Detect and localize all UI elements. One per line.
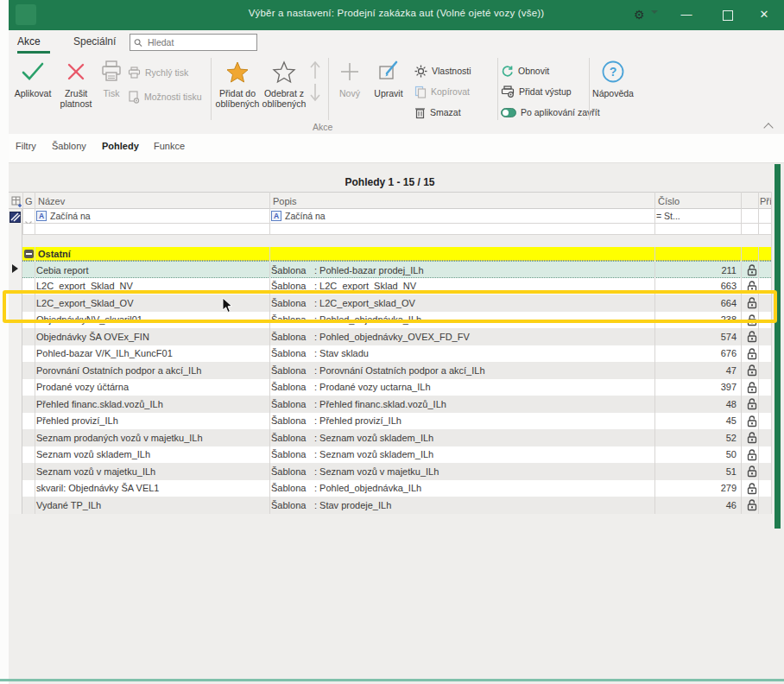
- collapse-ribbon-icon[interactable]: [765, 122, 773, 130]
- column-header-nazev[interactable]: Název: [38, 196, 65, 206]
- ribbon-separator: [589, 58, 590, 120]
- row-nazev: Seznam vozů v majetku_ILh: [36, 466, 155, 477]
- row-popis: Šablona: Pohled_objednávka_ILh: [271, 483, 421, 493]
- row-popis: Šablona: Přehled financ.sklad.vozů_ILh: [271, 399, 446, 409]
- unlock-icon: [746, 314, 758, 328]
- tab-sablony[interactable]: Šablony: [52, 141, 86, 151]
- moznosti-tisku-button[interactable]: Možnosti tisku: [128, 89, 202, 104]
- move-up-button[interactable]: [309, 60, 321, 84]
- column-header-cislo[interactable]: Číslo: [658, 196, 680, 206]
- row-cislo: 676: [721, 348, 737, 358]
- move-down-button[interactable]: [309, 82, 321, 106]
- minimize-button[interactable]: —: [675, 5, 698, 24]
- zrusit-platnost-button[interactable]: Zrušit platnost: [55, 54, 97, 125]
- column-header-g[interactable]: G: [25, 196, 33, 206]
- filter-popis[interactable]: A Začíná na: [271, 211, 326, 221]
- row-nazev: Seznam vozů skladem_ILh: [36, 449, 150, 459]
- pridat-do-oblibenych-button[interactable]: Přidat do oblíbených: [214, 54, 261, 125]
- row-cislo: 46: [726, 500, 737, 510]
- maximize-icon: [723, 10, 733, 21]
- row-popis: Šablona: Prodané vozy uctarna_ILh: [271, 382, 431, 392]
- column-header-popis[interactable]: Popis: [273, 196, 297, 206]
- smazat-button[interactable]: Smazat: [414, 104, 461, 120]
- filter-cislo[interactable]: = St...: [656, 211, 680, 221]
- po-aplikovani-zavrit-toggle[interactable]: Po aplikování zavřít: [501, 104, 600, 120]
- close-button[interactable]: ✕: [753, 5, 775, 24]
- plus-icon: [339, 61, 360, 82]
- table-row[interactable]: Seznam vozů v majetku_ILh Šablona: Sezna…: [22, 463, 771, 480]
- trash-icon: [414, 106, 426, 119]
- ribbon-tab-akce[interactable]: Akce: [17, 35, 41, 48]
- table-row[interactable]: Vydané TP_ILh Šablona: Stav prodeje_ILh …: [22, 497, 771, 514]
- unlock-icon: [746, 431, 758, 446]
- tab-filtry[interactable]: Filtry: [16, 141, 36, 151]
- table-row[interactable]: Porovnání Ostatních podpor a akcí_ILh Ša…: [22, 362, 771, 379]
- view-tab-strip: Filtry Šablony Pohledy Funkce: [9, 134, 784, 163]
- table-row[interactable]: Přehled financ.sklad.vozů_ILh Šablona: P…: [22, 396, 771, 413]
- grid-line: [771, 192, 772, 514]
- help-icon: ?: [601, 60, 625, 84]
- aplikovat-button[interactable]: Aplikovat: [10, 54, 55, 125]
- maximize-button[interactable]: [717, 5, 739, 24]
- row-nazev: Přehled provizí_ILh: [36, 415, 118, 426]
- gear-icon: [414, 65, 427, 78]
- window-title: Výběr a nastavení: Prodejní zakázka aut …: [9, 8, 784, 18]
- ribbon-separator: [328, 58, 329, 120]
- column-header-pristup[interactable]: Přís: [760, 196, 771, 206]
- ribbon-search-box[interactable]: [130, 34, 257, 51]
- filter-icon[interactable]: [9, 211, 21, 226]
- novy-button[interactable]: Nový: [332, 54, 368, 125]
- row-cislo: 574: [721, 332, 737, 342]
- svg-text:A: A: [274, 212, 279, 220]
- table-row[interactable]: Seznam prodaných vozů v majetku_ILh Šabl…: [22, 429, 771, 446]
- settings-gear-icon[interactable]: ⚙: [634, 7, 645, 22]
- table-row[interactable]: L2C_export_Sklad_NV Šablona: L2C_export_…: [22, 278, 771, 295]
- arrow-down-icon: [309, 82, 321, 103]
- grid-line: [269, 247, 270, 514]
- table-row[interactable]: Seznam vozů skladem_ILh Šablona: Seznam …: [22, 446, 771, 464]
- begins-with-icon: A: [271, 211, 281, 221]
- kopirovat-button[interactable]: Kopírovat: [414, 84, 470, 99]
- collapse-group-icon[interactable]: [24, 250, 34, 258]
- search-icon: [134, 38, 142, 48]
- table-row[interactable]: Objednávky ŠA OVEx_FIN Šablona: Pohled_o…: [22, 328, 771, 345]
- row-nazev: L2C_export_Sklad_OV: [36, 298, 134, 308]
- chevron-down-icon[interactable]: [25, 213, 32, 218]
- tab-pohledy[interactable]: Pohledy: [102, 141, 139, 151]
- tab-funkce[interactable]: Funkce: [154, 141, 185, 151]
- filter-nazev[interactable]: A Začíná na: [36, 211, 91, 221]
- table-row[interactable]: L2C_export_Sklad_OV Šablona: L2C_export_…: [22, 294, 771, 312]
- upravit-button[interactable]: Upravit: [368, 54, 409, 125]
- row-popis: Šablona: Seznam vozů v majetku_ILh: [271, 466, 439, 477]
- rychly-tisk-button[interactable]: Rychlý tisk: [128, 65, 188, 80]
- odebrat-z-oblibenych-button[interactable]: Odebrat z oblíbených: [261, 54, 307, 125]
- row-nazev: Cebia report: [36, 265, 89, 276]
- column-chooser-icon[interactable]: [11, 195, 22, 209]
- table-row[interactable]: skvaril: Objednávky ŠA VEL1 Šablona: Poh…: [22, 480, 771, 497]
- gear-dropdown-chevron-icon[interactable]: [651, 10, 658, 14]
- table-row[interactable]: ObjednávkyNV_skvaril01 Šablona: Pohled_o…: [22, 312, 771, 329]
- printer-icon: [99, 60, 123, 84]
- tisk-button[interactable]: Tisk: [97, 54, 126, 125]
- group-row[interactable]: Ostatní: [22, 247, 771, 261]
- row-popis: Šablona: Přehled provizí_ILh: [271, 415, 401, 426]
- napoveda-button[interactable]: ? Nápověda: [592, 54, 634, 125]
- grid-line: [35, 247, 35, 514]
- row-cislo: 47: [726, 365, 737, 376]
- table-row[interactable]: Přehled provizí_ILh Šablona: Přehled pro…: [22, 413, 771, 430]
- table-header-row: G Název Popis Číslo Přís: [9, 192, 771, 209]
- table-row[interactable]: Prodané vozy účtárna Šablona: Prodané vo…: [22, 379, 771, 396]
- unlock-icon: [746, 296, 758, 311]
- vlastnosti-button[interactable]: Vlastnosti: [414, 63, 471, 79]
- row-cislo: 397: [721, 382, 737, 392]
- table-row[interactable]: Cebia report Šablona: Pohled-bazar prode…: [22, 261, 771, 278]
- row-indicator-column: [9, 192, 22, 514]
- pridat-vystup-button[interactable]: Přidat výstup: [501, 84, 572, 99]
- ribbon-tab-specialni[interactable]: Speciální: [73, 35, 116, 48]
- table-row[interactable]: Pohled-bazar V/K_ILh_KuncF01 Šablona: St…: [22, 345, 771, 363]
- row-popis: Šablona: Pohled_objednávka_ILh: [271, 314, 421, 325]
- unlock-icon: [746, 280, 758, 294]
- unlock-icon: [746, 347, 758, 362]
- search-input[interactable]: [146, 36, 253, 48]
- obnovit-button[interactable]: Obnovit: [501, 63, 549, 79]
